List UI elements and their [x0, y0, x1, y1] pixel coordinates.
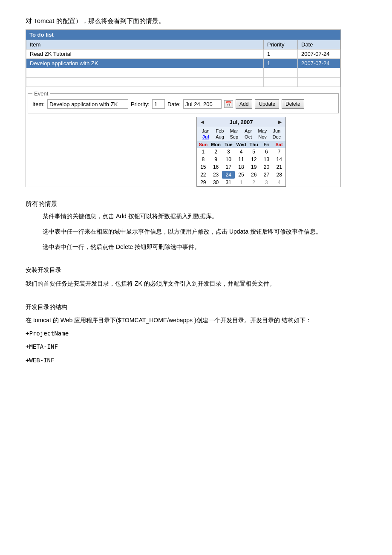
cal-day[interactable]: 20: [260, 163, 273, 171]
cal-header-fri: Fri: [260, 141, 273, 148]
cal-day[interactable]: 15: [197, 163, 210, 171]
cal-day[interactable]: 29: [197, 179, 210, 186]
cal-day[interactable]: 6: [260, 148, 273, 156]
row-date: 2007-07-24: [298, 49, 340, 59]
cal-day[interactable]: 14: [273, 156, 285, 163]
cal-day[interactable]: 8: [197, 156, 210, 163]
struct-desc: 在 tomcat 的 Web 应用程序目录下($TOMCAT_HOME/weba…: [26, 315, 366, 326]
item-input[interactable]: [47, 99, 128, 109]
row-priority: 1: [264, 59, 298, 68]
struct-item-1: +ProjectName: [26, 328, 366, 339]
calendar-icon[interactable]: 📅: [224, 100, 233, 108]
event-fieldset: Event Item: Priority: Date: 📅 Add Update…: [28, 90, 339, 113]
cal-header-wed: Wed: [235, 141, 248, 148]
cal-day[interactable]: 30: [210, 179, 222, 186]
para3: 选中表中任一行，然后点击 Delete 按钮即可删除选中事件。: [43, 242, 366, 252]
install-title: 安装开发目录: [26, 265, 366, 275]
cal-day[interactable]: 5: [248, 148, 260, 156]
para2: 选中表中任一行来在相应的域中显示事件信息，以方便用户修改，点击 Updata 按…: [43, 227, 366, 237]
struct-item-3: +WEB-INF: [26, 355, 366, 366]
cal-month-may[interactable]: May: [255, 128, 269, 134]
update-button[interactable]: Update: [255, 99, 279, 109]
cal-month-feb[interactable]: Feb: [213, 128, 227, 134]
cal-day[interactable]: 4: [235, 148, 248, 156]
cal-day[interactable]: 1: [197, 148, 210, 156]
cal-next-button[interactable]: ►: [277, 119, 283, 125]
cal-day[interactable]: 2: [210, 148, 222, 156]
row-date: 2007-07-24: [298, 59, 340, 68]
todo-title-bar: To do list: [26, 30, 340, 40]
cal-day[interactable]: 7: [273, 148, 285, 156]
col-item: Item: [26, 40, 264, 49]
cal-day[interactable]: 23: [210, 171, 222, 179]
cal-header-sat: Sat: [273, 141, 285, 148]
event-legend: Event: [32, 90, 50, 97]
cal-day[interactable]: 18: [235, 163, 248, 171]
install-desc: 我们的首要任务是安装开发目录，包括将 ZK 的必须库文件引入到开发目录，并配置相…: [26, 278, 366, 289]
cal-day[interactable]: 26: [248, 171, 260, 179]
priority-label: Priority:: [131, 101, 150, 107]
para1: 某件事情的关键信息，点击 Add 按钮可以将新数据插入到数据库。: [43, 211, 366, 222]
cal-day[interactable]: 13: [260, 156, 273, 163]
cal-day[interactable]: 25: [235, 171, 248, 179]
cal-day[interactable]: 12: [248, 156, 260, 163]
add-button[interactable]: Add: [236, 99, 252, 109]
row-priority: 1: [264, 49, 298, 59]
cal-day[interactable]: 21: [273, 163, 285, 171]
struct-section: 开发目录的结构 在 tomcat 的 Web 应用程序目录下($TOMCAT_H…: [26, 302, 366, 366]
priority-input[interactable]: [152, 99, 165, 109]
cal-day[interactable]: 9: [210, 156, 222, 163]
row-item: Read ZK Tutorial: [26, 49, 264, 59]
cal-month-sep[interactable]: Sep: [227, 134, 241, 140]
date-input[interactable]: [183, 99, 222, 109]
cal-header-mon: Mon: [210, 141, 222, 148]
cal-days-grid: 1 2 3 4 5 6 7 8 9 10 11 12 13 14 15 16 1…: [197, 148, 285, 186]
event-row: Item: Priority: Date: 📅 Add Update Delet…: [32, 99, 334, 109]
calendar-popup: ◄ Jul, 2007 ► Jan Feb Mar Apr May Jun Ju…: [196, 117, 286, 187]
cal-day[interactable]: 22: [197, 171, 210, 179]
cal-days-header: Sun Mon Tue Wed Thu Fri Sat: [197, 141, 285, 148]
cal-month-jul[interactable]: Jul: [199, 134, 213, 140]
cal-month-aug[interactable]: Aug: [213, 134, 227, 140]
cal-month-oct[interactable]: Oct: [241, 134, 255, 140]
cal-header-thu: Thu: [248, 141, 260, 148]
cal-day[interactable]: 2: [248, 179, 260, 186]
cal-month-nov[interactable]: Nov: [255, 134, 269, 140]
cal-day[interactable]: 28: [273, 171, 285, 179]
cal-day[interactable]: 3: [222, 148, 235, 156]
cal-prev-button[interactable]: ◄: [199, 119, 205, 125]
cal-day[interactable]: 16: [210, 163, 222, 171]
delete-button[interactable]: Delete: [282, 99, 304, 109]
row-item: Develop application with ZK: [26, 59, 264, 68]
date-label: Date:: [167, 101, 181, 107]
install-section: 安装开发目录 我们的首要任务是安装开发目录，包括将 ZK 的必须库文件引入到开发…: [26, 265, 366, 289]
cal-month-apr[interactable]: Apr: [241, 128, 255, 134]
todo-widget: To do list Item Priority Date Read ZK Tu…: [26, 29, 341, 187]
cal-month-jun[interactable]: Jun: [270, 128, 284, 134]
cal-day[interactable]: 10: [222, 156, 235, 163]
cal-day[interactable]: 4: [273, 179, 285, 186]
table-row[interactable]: Develop application with ZK 1 2007-07-24: [26, 59, 340, 68]
cal-header: ◄ Jul, 2007 ►: [197, 117, 285, 127]
cal-day[interactable]: 19: [248, 163, 260, 171]
all-scenarios-section: 所有的情景 某件事情的关键信息，点击 Add 按钮可以将新数据插入到数据库。 选…: [26, 200, 366, 252]
cal-day[interactable]: 27: [260, 171, 273, 179]
cal-month-jan[interactable]: Jan: [199, 128, 213, 134]
all-scenarios-title: 所有的情景: [26, 200, 366, 208]
cal-day[interactable]: 3: [260, 179, 273, 186]
table-row[interactable]: Read ZK Tutorial 1 2007-07-24: [26, 49, 340, 59]
struct-title: 开发目录的结构: [26, 302, 366, 312]
cal-month-mar[interactable]: Mar: [227, 128, 241, 134]
cal-header-tue: Tue: [222, 141, 235, 148]
cal-header-sun: Sun: [197, 141, 210, 148]
cal-day[interactable]: 11: [235, 156, 248, 163]
intro-text: 对 Tomcat 的配置），那么将会看到下面的情景。: [26, 17, 366, 25]
col-date: Date: [298, 40, 340, 49]
cal-day-today[interactable]: 24: [222, 171, 235, 179]
cal-day[interactable]: 31: [222, 179, 235, 186]
cal-day[interactable]: 1: [235, 179, 248, 186]
cal-months-row1: Jan Feb Mar Apr May Jun Jul Aug Sep Oct …: [197, 127, 285, 141]
item-label: Item:: [32, 101, 45, 107]
cal-day[interactable]: 17: [222, 163, 235, 171]
cal-month-dec[interactable]: Dec: [270, 134, 284, 140]
